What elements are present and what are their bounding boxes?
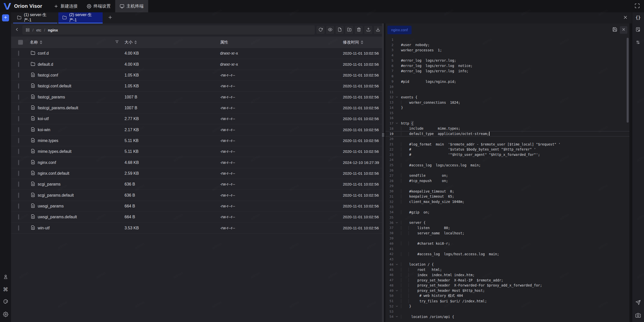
file-name[interactable]: win-utf	[38, 226, 125, 230]
column-header-size[interactable]: 大小	[125, 40, 137, 45]
gear-button[interactable]	[3, 312, 8, 318]
eye-button[interactable]	[326, 26, 334, 34]
column-header-name[interactable]: 名称	[30, 40, 42, 45]
refresh-button[interactable]	[316, 26, 325, 34]
file-row-fastcgi.conf[interactable]: fastcgi.conf1.05 KB-rw-r--r--2020-11-01 …	[11, 70, 382, 81]
row-checkbox[interactable]	[18, 149, 19, 154]
fold-chevron-icon[interactable]	[393, 221, 400, 224]
editor-file-tab[interactable]: nginx.conf	[387, 26, 412, 34]
filter-icon[interactable]	[115, 40, 119, 45]
file-name[interactable]: scgi_params.default	[38, 193, 125, 198]
fold-chevron-icon[interactable]	[393, 95, 400, 99]
fold-chevron-icon[interactable]	[393, 263, 400, 266]
code-editor[interactable]: 12#user nobody;3worker_processes 1;45#er…	[385, 37, 629, 322]
back-button[interactable]	[14, 27, 19, 33]
file-row-fastcgi_params.default[interactable]: fastcgi_params.default1007 B-rw-r--r--20…	[11, 103, 382, 114]
file-row-uwsgi_params[interactable]: uwsgi_params664 B-rw-r--r--2020-11-01 10…	[11, 201, 382, 212]
file-row-win-utf[interactable]: win-utf3.53 KB-rw-r--r--2020-11-01 10:02…	[11, 223, 382, 234]
topbar-item-plus[interactable]: 新建连接	[49, 0, 82, 12]
user-button[interactable]	[3, 274, 8, 280]
command-button[interactable]: ⌘	[3, 287, 8, 292]
file-row-nginx.conf.default[interactable]: nginx.conf.default2.59 KB-rw-r--r--2020-…	[11, 168, 382, 179]
new-file-button[interactable]	[336, 26, 344, 34]
file-name[interactable]: mime.types.default	[38, 149, 125, 154]
file-name[interactable]: mime.types	[38, 138, 125, 143]
file-name[interactable]: scgi_params	[38, 182, 125, 187]
palette-button[interactable]	[3, 299, 8, 305]
row-checkbox[interactable]	[18, 51, 19, 56]
file-name[interactable]: koi-utf	[38, 117, 125, 121]
file-name[interactable]: uwsgi_params.default	[38, 215, 125, 219]
close-panel-button[interactable]	[619, 12, 632, 23]
row-checkbox[interactable]	[18, 225, 19, 231]
sort-name-icon[interactable]	[40, 41, 42, 44]
row-checkbox[interactable]	[18, 83, 19, 89]
file-row-koi-utf[interactable]: koi-utf2.77 KB-rw-r--r--2020-11-01 10:02…	[11, 114, 382, 124]
row-checkbox[interactable]	[18, 193, 19, 198]
file-row-default.d[interactable]: default.d4.00 KBdrwxr-xr-x2020-11-01 10:…	[11, 59, 382, 70]
row-checkbox[interactable]	[18, 62, 19, 67]
fullscreen-button[interactable]	[630, 0, 644, 12]
file-row-nginx.conf[interactable]: nginx.conf4.68 KB-rw-r--r--2024-12-10 16…	[11, 157, 382, 168]
editor-close-button[interactable]	[620, 26, 627, 34]
upload-button[interactable]	[364, 26, 372, 34]
add-connection-button[interactable]	[2, 14, 9, 21]
file-row-koi-win[interactable]: koi-win2.17 KB-rw-r--r--2020-11-01 10:02…	[11, 124, 382, 135]
row-checkbox[interactable]	[18, 182, 19, 187]
fold-chevron-icon[interactable]	[393, 305, 400, 308]
select-all-checkbox[interactable]	[18, 40, 23, 45]
doc-info-button[interactable]	[635, 27, 640, 33]
fold-chevron-icon[interactable]	[393, 122, 400, 125]
row-checkbox[interactable]	[18, 127, 19, 132]
file-name[interactable]: default.d	[38, 62, 125, 67]
row-checkbox[interactable]	[18, 160, 19, 165]
file-name[interactable]: conf.d	[38, 51, 125, 56]
file-name[interactable]: fastcgi_params.default	[38, 106, 125, 110]
file-name[interactable]: nginx.conf.default	[38, 171, 125, 176]
file-row-uwsgi_params.default[interactable]: uwsgi_params.default664 B-rw-r--r--2020-…	[11, 212, 382, 223]
row-checkbox[interactable]	[18, 138, 19, 143]
file-row-mime.types.default[interactable]: mime.types.default5.11 KB-rw-r--r--2020-…	[11, 146, 382, 157]
row-checkbox[interactable]	[18, 214, 19, 220]
file-name[interactable]: fastcgi_params	[38, 95, 125, 99]
send-button[interactable]	[635, 300, 641, 306]
file-row-conf.d[interactable]: conf.d4.00 KBdrwxr-xr-x2020-11-01 10:02:…	[11, 48, 382, 59]
trash-button[interactable]	[355, 26, 363, 34]
save-button[interactable]	[612, 27, 617, 33]
editor-scrollbar[interactable]	[627, 38, 629, 123]
new-tab-button[interactable]	[104, 12, 117, 23]
file-row-scgi_params[interactable]: scgi_params636 B-rw-r--r--2020-11-01 10:…	[11, 179, 382, 190]
swap-vertical-button[interactable]	[635, 40, 640, 46]
fold-chevron-icon[interactable]	[393, 315, 400, 318]
file-name[interactable]: nginx.conf	[38, 160, 125, 165]
file-row-fastcgi_params[interactable]: fastcgi_params1007 B-rw-r--r--2020-11-01…	[11, 92, 382, 102]
sort-size-icon[interactable]	[134, 41, 137, 44]
new-folder-button[interactable]	[345, 26, 353, 34]
file-name[interactable]: fastcgi.conf.default	[38, 84, 125, 88]
row-checkbox[interactable]	[18, 94, 19, 100]
download-button[interactable]	[374, 26, 382, 34]
file-name[interactable]: fastcgi.conf	[38, 73, 125, 78]
topbar-item-monitor[interactable]: 主机终端	[115, 0, 148, 12]
sort-modified-icon[interactable]	[361, 41, 363, 44]
braces-button[interactable]: {}	[635, 15, 640, 20]
file-row-fastcgi.conf.default[interactable]: fastcgi.conf.default1.05 KB-rw-r--r--202…	[11, 81, 382, 92]
terminal-tab-1[interactable]: (1) server-生产-1	[13, 12, 57, 23]
row-checkbox[interactable]	[18, 105, 19, 111]
panel-resize-handle[interactable]	[382, 23, 385, 322]
camera-button[interactable]	[635, 313, 641, 319]
row-checkbox[interactable]	[18, 116, 19, 121]
file-row-scgi_params.default[interactable]: scgi_params.default636 B-rw-r--r--2020-1…	[11, 190, 382, 201]
terminal-tab-2[interactable]: (2) server-生产-1	[58, 12, 103, 23]
topbar-item-gear[interactable]: 终端设置	[82, 0, 115, 12]
row-checkbox[interactable]	[18, 171, 19, 176]
file-name[interactable]: koi-win	[38, 128, 125, 132]
row-checkbox[interactable]	[18, 73, 19, 78]
breadcrumb-segment-nginx[interactable]: nginx	[48, 28, 58, 32]
row-checkbox[interactable]	[18, 203, 19, 209]
breadcrumb-segment-etc[interactable]: etc	[36, 28, 41, 32]
fold-chevron-icon[interactable]	[393, 289, 400, 292]
breadcrumb[interactable]: / etc / nginx	[22, 25, 315, 34]
file-row-mime.types[interactable]: mime.types5.11 KB-rw-r--r--2020-11-01 10…	[11, 135, 382, 146]
column-header-modified[interactable]: 修改时间	[343, 40, 363, 45]
